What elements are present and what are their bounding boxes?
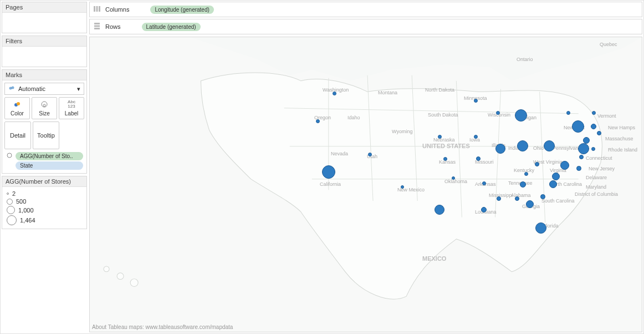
data-point[interactable] [526, 200, 534, 208]
size-pill[interactable]: AGG(Number of Sto.. [16, 152, 83, 160]
chevron-down-icon: ▾ [77, 85, 80, 93]
data-point[interactable] [401, 185, 404, 189]
data-point[interactable] [515, 109, 527, 122]
map-attribution: About Tableau maps: www.tableausoftware.… [92, 324, 233, 330]
data-point[interactable] [524, 172, 528, 176]
svg-rect-11 [94, 26, 100, 27]
legend-row: 500 [7, 198, 82, 205]
columns-shelf[interactable]: Columns Longitude (generated) [89, 2, 642, 17]
columns-label: Columns [105, 6, 129, 13]
marks-title: Marks [2, 70, 86, 80]
tooltip-button[interactable]: Tooltip [33, 122, 59, 149]
data-point[interactable] [435, 205, 444, 215]
rows-shelf[interactable]: Rows Latitude (generated) [89, 19, 642, 34]
circle-icon [8, 84, 16, 93]
pages-shelf[interactable]: Pages [2, 2, 87, 33]
svg-point-24 [130, 279, 138, 287]
data-point[interactable] [591, 147, 595, 151]
size-icon [33, 100, 55, 109]
filters-shelf[interactable]: Filters [2, 36, 87, 67]
data-point[interactable] [497, 196, 501, 201]
color-icon [6, 100, 28, 109]
data-point[interactable] [579, 155, 584, 159]
legend-title: AGG(Number of Stores) [2, 176, 86, 187]
data-point[interactable] [591, 124, 596, 129]
map-viz[interactable]: QuebecOntarioWashingtonMontanaNorth Dako… [89, 37, 642, 332]
data-point[interactable] [322, 165, 335, 179]
size-button[interactable]: Size [32, 97, 57, 119]
data-point[interactable] [482, 181, 486, 185]
data-point[interactable] [496, 111, 500, 115]
columns-pill[interactable]: Longitude (generated) [150, 6, 213, 14]
legend-row: 1,000 [7, 206, 82, 214]
label-button[interactable]: Abc123 Label [59, 97, 84, 119]
svg-point-1 [12, 87, 14, 89]
svg-point-3 [17, 102, 20, 105]
data-point[interactable] [535, 222, 546, 234]
data-point[interactable] [578, 143, 589, 154]
size-legend: AGG(Number of Stores) 2 500 1,000 1,464 [2, 176, 87, 229]
data-point[interactable] [592, 111, 596, 115]
detail-button[interactable]: Detail [4, 122, 31, 149]
color-button[interactable]: Color [4, 97, 30, 119]
mark-type-label: Automatic [18, 85, 45, 92]
data-point[interactable] [576, 166, 581, 171]
data-point[interactable] [535, 162, 539, 166]
data-point[interactable] [597, 131, 601, 135]
svg-point-22 [104, 266, 109, 272]
data-point[interactable] [566, 111, 570, 115]
data-point[interactable] [438, 135, 442, 139]
marks-size-pill-row[interactable]: AGG(Number of Sto.. [6, 151, 83, 160]
legend-row: 2 [7, 190, 82, 197]
data-point[interactable] [452, 176, 455, 180]
data-point[interactable] [552, 173, 560, 180]
svg-point-23 [117, 273, 124, 280]
rows-icon [93, 22, 101, 31]
data-point[interactable] [333, 92, 336, 95]
rows-pill[interactable]: Latitude (generated) [142, 23, 201, 31]
size-icon [6, 151, 13, 160]
data-point[interactable] [560, 161, 569, 170]
svg-point-6 [7, 153, 12, 158]
data-point[interactable] [520, 181, 526, 188]
svg-rect-9 [99, 6, 100, 12]
marks-detail-pill-row[interactable]: State [6, 161, 83, 170]
svg-rect-12 [94, 28, 100, 29]
svg-rect-8 [96, 6, 98, 12]
basemap [90, 37, 642, 332]
data-point[interactable] [481, 207, 487, 212]
legend-row: 1,464 [7, 215, 82, 225]
label-icon: Abc123 [60, 100, 83, 109]
marks-card: Marks Automatic ▾ Color [2, 69, 87, 174]
data-point[interactable] [368, 153, 372, 156]
pages-title: Pages [2, 2, 86, 13]
data-point[interactable] [544, 140, 555, 151]
data-point[interactable] [316, 119, 320, 123]
svg-rect-10 [94, 23, 100, 24]
data-point[interactable] [540, 194, 545, 199]
data-point[interactable] [474, 99, 478, 103]
svg-point-5 [43, 104, 45, 107]
data-point[interactable] [572, 120, 584, 133]
data-point[interactable] [549, 180, 557, 188]
data-point[interactable] [476, 156, 481, 161]
mark-type-dropdown[interactable]: Automatic ▾ [4, 83, 84, 95]
data-point[interactable] [517, 140, 528, 151]
svg-rect-7 [94, 6, 95, 12]
data-point[interactable] [495, 144, 505, 154]
detail-pill[interactable]: State [16, 161, 83, 170]
filters-title: Filters [2, 36, 86, 47]
data-point[interactable] [474, 135, 478, 139]
rows-label: Rows [105, 23, 121, 30]
data-point[interactable] [443, 157, 447, 161]
data-point[interactable] [515, 196, 519, 201]
columns-icon [93, 5, 101, 14]
